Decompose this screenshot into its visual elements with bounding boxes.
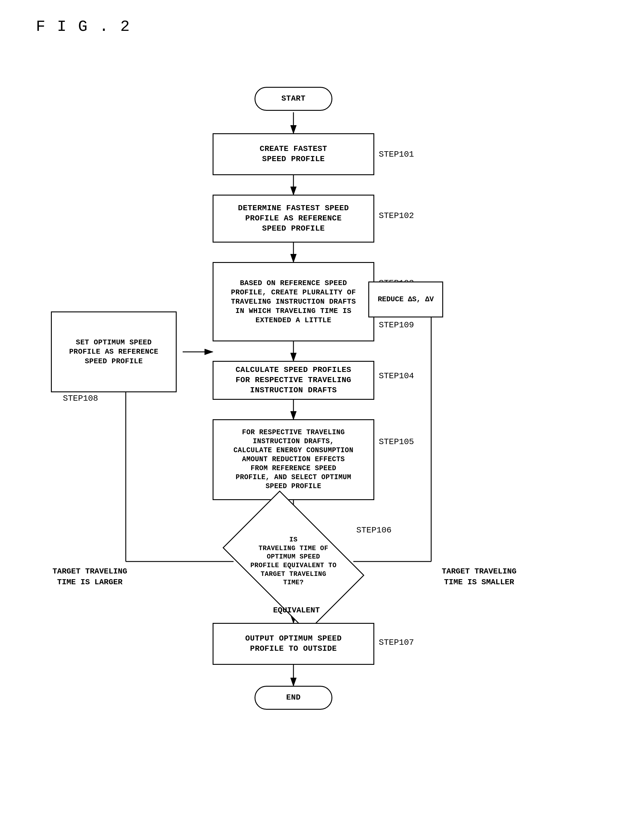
step107-label: OUTPUT OPTIMUM SPEED PROFILE TO OUTSIDE	[245, 634, 342, 654]
step106-text-container: IS TRAVELING TIME OF OPTIMUM SPEED PROFI…	[234, 521, 353, 602]
step103-box: BASED ON REFERENCE SPEED PROFILE, CREATE…	[213, 262, 374, 341]
page-title: F I G . 2	[36, 18, 131, 36]
step102-tag: STEP102	[379, 211, 414, 220]
end-label: END	[286, 693, 301, 703]
step104-tag: STEP104	[379, 371, 414, 381]
step102-box: DETERMINE FASTEST SPEED PROFILE AS REFER…	[213, 195, 374, 243]
step104-box: CALCULATE SPEED PROFILES FOR RESPECTIVE …	[213, 361, 374, 400]
step109-box: REDUCE ΔS, ΔV	[368, 281, 443, 317]
smaller-label: TARGET TRAVELING TIME IS SMALLER	[437, 566, 521, 588]
step108-tag: STEP108	[63, 394, 98, 403]
step106-tag: STEP106	[356, 526, 391, 535]
step108-label: SET OPTIMUM SPEED PROFILE AS REFERENCE S…	[69, 338, 158, 366]
step109-tag: STEP109	[379, 321, 414, 330]
larger-label: TARGET TRAVELING TIME IS LARGER	[48, 566, 132, 588]
step107-tag: STEP107	[379, 638, 414, 647]
step105-label: FOR RESPECTIVE TRAVELING INSTRUCTION DRA…	[234, 428, 353, 491]
step105-tag: STEP105	[379, 437, 414, 447]
start-node: START	[254, 87, 332, 111]
start-label: START	[281, 94, 306, 104]
equivalent-label: EQUIVALENT	[267, 605, 327, 616]
step101-tag: STEP101	[379, 150, 414, 159]
step102-label: DETERMINE FASTEST SPEED PROFILE AS REFER…	[238, 203, 349, 234]
step109-label: REDUCE ΔS, ΔV	[377, 295, 434, 304]
step107-box: OUTPUT OPTIMUM SPEED PROFILE TO OUTSIDE	[213, 623, 374, 665]
end-node: END	[254, 686, 332, 710]
step108-box: SET OPTIMUM SPEED PROFILE AS REFERENCE S…	[51, 311, 177, 392]
step101-box: CREATE FASTEST SPEED PROFILE	[213, 133, 374, 175]
step101-label: CREATE FASTEST SPEED PROFILE	[260, 144, 327, 164]
step104-label: CALCULATE SPEED PROFILES FOR RESPECTIVE …	[236, 365, 351, 395]
step106-label: IS TRAVELING TIME OF OPTIMUM SPEED PROFI…	[250, 536, 336, 587]
step103-label: BASED ON REFERENCE SPEED PROFILE, CREATE…	[231, 278, 356, 325]
step105-box: FOR RESPECTIVE TRAVELING INSTRUCTION DRA…	[213, 419, 374, 500]
